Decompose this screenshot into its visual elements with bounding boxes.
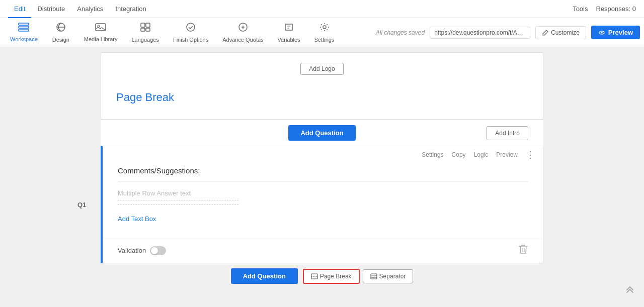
question-toolbar: Settings Copy Logic Preview ⋮ xyxy=(103,146,543,161)
add-question-button-top[interactable]: Add Question xyxy=(288,125,355,141)
settings-icon xyxy=(319,22,330,35)
design-label: Design xyxy=(52,37,69,43)
languages-label: Languages xyxy=(131,37,158,43)
responses-count: Responses: 0 xyxy=(596,5,636,13)
question-content: Comments/Suggestions: Multiple Row Answe… xyxy=(103,161,543,238)
svg-rect-9 xyxy=(146,28,150,31)
toolbar-workspace[interactable]: Workspace xyxy=(4,21,44,44)
delete-question-button[interactable] xyxy=(519,244,528,257)
validation-toggle-area: Validation xyxy=(118,246,166,255)
add-intro-button[interactable]: Add Intro xyxy=(487,126,528,140)
question-logic-button[interactable]: Logic xyxy=(474,151,489,158)
nav-analytics[interactable]: Analytics xyxy=(71,0,109,18)
media-icon xyxy=(95,23,106,34)
quotas-icon xyxy=(237,22,249,35)
validation-toggle[interactable] xyxy=(150,246,166,255)
toolbar-finish[interactable]: Finish Options xyxy=(167,20,214,45)
languages-icon xyxy=(140,22,151,35)
page-break-title: Page Break xyxy=(116,91,528,104)
saved-status: All changes saved xyxy=(376,29,425,36)
answer-line-2 xyxy=(118,204,238,205)
question-preview-button[interactable]: Preview xyxy=(496,151,518,158)
nav-distribute[interactable]: Distribute xyxy=(31,0,71,18)
svg-point-12 xyxy=(323,26,326,29)
finish-icon xyxy=(185,22,196,35)
svg-rect-0 xyxy=(19,23,29,25)
page-break-button[interactable]: Page Break xyxy=(303,269,360,284)
question-copy-button[interactable]: Copy xyxy=(452,151,466,158)
survey-url[interactable]: https://dev.questionpro.com/t/ACCo xyxy=(430,27,530,39)
svg-rect-1 xyxy=(19,26,29,28)
media-label: Media Library xyxy=(84,36,118,42)
page-break-icon xyxy=(311,273,318,280)
toolbar-settings[interactable]: Settings xyxy=(308,20,341,45)
variables-label: Variables xyxy=(278,37,300,43)
main-content: Add Logo Page Break Add Question Add Int… xyxy=(0,47,644,307)
variables-icon xyxy=(283,22,294,35)
customize-button[interactable]: Customize xyxy=(535,26,586,39)
add-question-row-top: Add Question Add Intro xyxy=(101,120,543,146)
svg-rect-8 xyxy=(141,28,145,31)
question-settings-button[interactable]: Settings xyxy=(422,151,443,158)
toolbar-quotas[interactable]: Advance Quotas xyxy=(216,20,269,45)
svg-rect-16 xyxy=(371,274,377,279)
toolbar-variables[interactable]: Variables xyxy=(272,20,306,45)
design-icon xyxy=(55,22,66,35)
add-logo-button[interactable]: Add Logo xyxy=(300,63,343,75)
answer-placeholder-text: Multiple Row Answer text xyxy=(118,189,528,197)
trash-icon xyxy=(519,244,528,254)
workspace-label: Workspace xyxy=(10,36,38,42)
top-nav-right: Tools Responses: 0 xyxy=(573,5,636,13)
page-break-card: Add Logo Page Break xyxy=(101,52,543,120)
workspace-icon xyxy=(18,23,29,34)
add-question-button-bottom[interactable]: Add Question xyxy=(231,268,298,284)
add-textbox-button[interactable]: Add Text Box xyxy=(118,210,156,228)
validation-row: Validation xyxy=(103,238,543,263)
nav-edit[interactable]: Edit xyxy=(8,0,31,18)
svg-rect-6 xyxy=(141,23,145,27)
bottom-add-row: Add Question Page Break Separator xyxy=(101,263,543,289)
settings-label: Settings xyxy=(314,37,335,43)
svg-point-5 xyxy=(98,25,100,27)
finish-label: Finish Options xyxy=(173,37,208,43)
svg-rect-7 xyxy=(146,23,150,27)
toolbar: Workspace Design Media Library Languages… xyxy=(0,18,644,47)
scroll-up-button[interactable] xyxy=(624,282,636,297)
svg-point-14 xyxy=(601,32,602,33)
svg-point-10 xyxy=(187,23,195,31)
tools-menu[interactable]: Tools xyxy=(573,5,588,13)
question-card: Q1 Settings Copy Logic Preview ⋮ Comment… xyxy=(101,146,543,263)
top-nav: Edit Distribute Analytics Integration To… xyxy=(0,0,644,18)
toolbar-media[interactable]: Media Library xyxy=(78,21,124,44)
question-number: Q1 xyxy=(77,201,86,209)
answer-line-1 xyxy=(118,200,238,200)
separator-icon xyxy=(370,273,377,280)
quotas-label: Advance Quotas xyxy=(222,37,263,43)
preview-eye-icon xyxy=(598,29,605,36)
question-title: Comments/Suggestions: xyxy=(118,166,528,181)
validation-label: Validation xyxy=(118,247,146,254)
preview-button[interactable]: Preview xyxy=(591,26,640,39)
answer-area: Multiple Row Answer text xyxy=(118,189,528,205)
survey-container: Add Logo Page Break Add Question Add Int… xyxy=(101,52,543,289)
toolbar-design[interactable]: Design xyxy=(46,20,76,45)
toolbar-right: All changes saved https://dev.questionpr… xyxy=(376,26,640,39)
question-more-button[interactable]: ⋮ xyxy=(526,150,535,159)
toggle-knob xyxy=(151,247,158,254)
nav-integration[interactable]: Integration xyxy=(109,0,152,18)
toolbar-languages[interactable]: Languages xyxy=(125,20,165,45)
svg-rect-4 xyxy=(96,24,106,31)
separator-button[interactable]: Separator xyxy=(363,269,414,283)
svg-rect-2 xyxy=(19,29,29,31)
edit-pen-icon xyxy=(542,29,549,36)
